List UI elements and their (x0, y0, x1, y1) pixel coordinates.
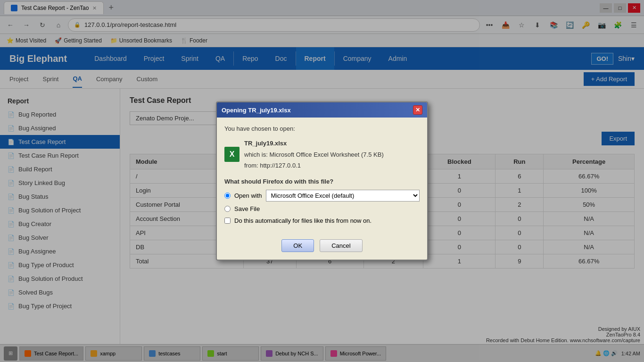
cancel-button[interactable]: Cancel (320, 239, 362, 252)
excel-icon: X (224, 147, 239, 162)
open-with-label: Open with (234, 192, 262, 199)
modal-open-with-row: Open with Microsoft Office Excel (defaul… (224, 190, 420, 202)
save-file-label: Save File (234, 205, 260, 212)
modal-title: Opening TR_july19.xlsx (222, 107, 291, 114)
modal-file-info: TR_july19.xlsx which is: Microsoft Offic… (244, 138, 384, 171)
ok-button[interactable]: OK (281, 239, 314, 252)
open-with-radio[interactable] (224, 193, 231, 199)
modal-dialog: Opening TR_july19.xlsx ✕ You have chosen… (216, 101, 428, 260)
modal-title-bar: Opening TR_july19.xlsx ✕ (217, 102, 427, 118)
auto-checkbox-label: Do this automatically for files like thi… (234, 217, 372, 224)
modal-body: You have chosen to open: X TR_july19.xls… (217, 118, 427, 239)
modal-overlay: Opening TR_july19.xlsx ✕ You have chosen… (0, 0, 644, 362)
modal-auto-checkbox-row: Do this automatically for files like thi… (224, 217, 420, 224)
modal-footer: OK Cancel (217, 239, 427, 260)
modal-file-from: from: http://127.0.0.1 (244, 160, 384, 171)
modal-file-row: X TR_july19.xlsx which is: Microsoft Off… (224, 138, 420, 171)
modal-question: What should Firefox do with this file? (224, 178, 420, 185)
open-with-select[interactable]: Microsoft Office Excel (default) Other..… (266, 190, 420, 202)
save-file-radio[interactable] (224, 206, 231, 212)
modal-prompt: You have chosen to open: (224, 125, 420, 132)
modal-save-file-row: Save File (224, 205, 420, 212)
modal-filename: TR_july19.xlsx (244, 138, 384, 149)
modal-file-type: which is: Microsoft Office Excel Workshe… (244, 149, 384, 160)
modal-close-button[interactable]: ✕ (413, 105, 422, 115)
auto-checkbox[interactable] (224, 218, 231, 224)
